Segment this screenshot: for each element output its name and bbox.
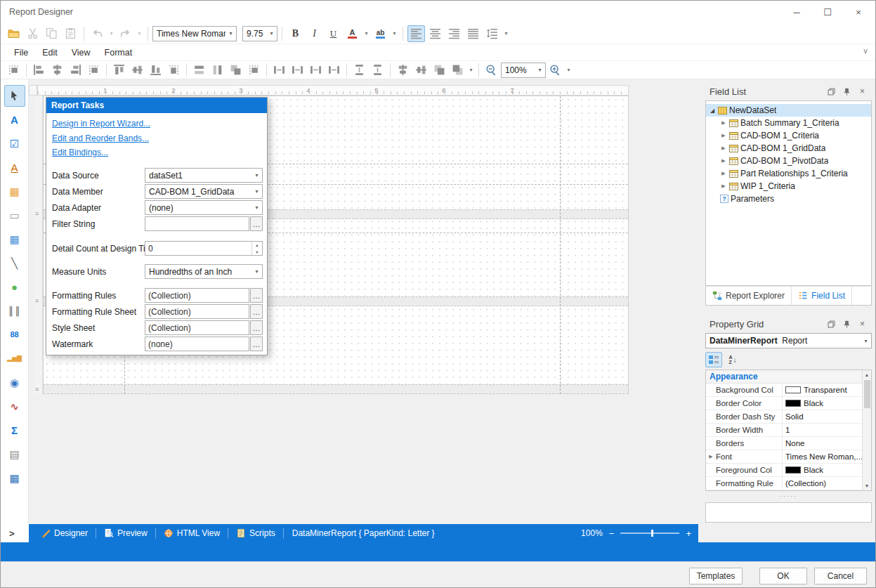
align-tops-button[interactable] xyxy=(110,63,128,78)
menu-edit[interactable]: Edit xyxy=(36,46,64,59)
tab-scripts[interactable]: Scripts xyxy=(231,524,280,542)
detail-count-stepper[interactable]: 0 ▴ ▾ xyxy=(145,241,263,256)
tab-report-explorer[interactable]: Report Explorer xyxy=(706,287,792,305)
tree-node-table[interactable]: ▶ Part Relationships 1_Criteria xyxy=(706,167,871,180)
minimize-button[interactable]: ─ xyxy=(781,1,812,23)
filter-string-ellipsis-button[interactable]: … xyxy=(250,216,263,231)
underline-button[interactable]: U xyxy=(325,25,342,42)
same-height-button[interactable] xyxy=(209,63,226,78)
data-member-combo[interactable]: CAD-BOM 1_GridData ▾ xyxy=(145,184,263,199)
font-size-combo[interactable]: 9.75 ▾ xyxy=(242,26,277,41)
property-row-font[interactable]: ▶ Font Times New Roman,... xyxy=(706,450,862,464)
close-panel-button[interactable]: × xyxy=(857,86,868,97)
scrollbar-thumb[interactable] xyxy=(864,380,870,408)
toolbox-pointer[interactable] xyxy=(4,85,25,107)
tree-node-parameters[interactable]: ? Parameters xyxy=(706,192,871,205)
undo-button[interactable] xyxy=(89,25,106,42)
expander-icon[interactable]: ▶ xyxy=(720,133,727,138)
undo-dropdown[interactable]: ▾ xyxy=(107,30,115,37)
categorized-view-button[interactable] xyxy=(705,352,722,367)
expander-icon[interactable]: ▶ xyxy=(720,183,727,189)
edit-reorder-bands-link[interactable]: Edit and Reorder Bands... xyxy=(52,133,149,143)
scroll-down-icon[interactable]: ▼ xyxy=(863,481,871,490)
spin-up-icon[interactable]: ▴ xyxy=(252,242,262,249)
toolbox-chart[interactable]: ▂▅▇ xyxy=(4,348,25,370)
ok-button[interactable]: OK xyxy=(759,568,807,584)
style-sheet-value[interactable]: (Collection) xyxy=(145,320,249,335)
bold-button[interactable]: B xyxy=(287,25,304,42)
restore-button[interactable] xyxy=(826,319,837,329)
restore-button[interactable] xyxy=(826,86,837,97)
tree-node-table[interactable]: ▶ Batch Summary 1_Criteria xyxy=(706,117,871,129)
toolbox-bar-code[interactable]: ║║ xyxy=(4,300,25,322)
expander-icon[interactable]: ▶ xyxy=(720,120,727,126)
toolbar-overflow-chevron-icon[interactable]: ∨ xyxy=(863,46,868,55)
zoom-dropdown[interactable]: ▾ xyxy=(565,67,573,73)
style-sheet-ellipsis-button[interactable]: … xyxy=(250,320,263,335)
same-width-button[interactable] xyxy=(190,63,208,78)
edit-bindings-link[interactable]: Edit Bindings... xyxy=(52,148,108,157)
toolbox-pivot-grid[interactable]: ▦ xyxy=(4,467,25,489)
toolbox-summary[interactable]: Σ xyxy=(4,419,25,441)
tree-node-table[interactable]: ▶ CAD-BOM 1_GridData xyxy=(706,142,871,155)
align-centers-button[interactable] xyxy=(48,63,66,78)
align-text-right-button[interactable] xyxy=(445,25,463,42)
tab-field-list[interactable]: Field List xyxy=(792,287,852,305)
tree-node-table[interactable]: ▶ WIP 1_Criteria xyxy=(706,180,871,192)
splitter-grip[interactable]: ····· xyxy=(705,492,872,501)
zoom-slider[interactable] xyxy=(620,533,679,534)
align-to-grid-button[interactable] xyxy=(5,63,22,78)
pin-button[interactable] xyxy=(842,86,852,97)
zoom-combo[interactable]: 100% ▾ xyxy=(501,63,546,78)
toolbox-subreport[interactable]: ▤ xyxy=(4,443,25,465)
toolbox-label[interactable]: A xyxy=(4,109,25,131)
property-row-background-color[interactable]: Background Col Transparent xyxy=(706,384,862,397)
h-spacing-equal-button[interactable] xyxy=(270,63,288,78)
expander-icon[interactable]: ▶ xyxy=(720,158,727,164)
zoom-in-button[interactable]: + xyxy=(686,528,691,539)
property-row-borders[interactable]: Borders None xyxy=(706,437,862,450)
toolbox-picture-box[interactable]: ▦ xyxy=(4,181,25,202)
font-name-combo[interactable]: Times New Roman ▾ xyxy=(152,26,237,41)
tab-designer[interactable]: Designer xyxy=(36,524,93,542)
size-to-grid-button[interactable] xyxy=(245,63,263,78)
cancel-button[interactable]: Cancel xyxy=(814,568,867,584)
highlight-color-dropdown[interactable]: ▾ xyxy=(391,30,398,37)
watermark-ellipsis-button[interactable]: … xyxy=(250,337,263,351)
align-lefts-button[interactable] xyxy=(30,63,48,78)
expander-icon[interactable]: ◢ xyxy=(709,107,716,114)
formatting-rules-ellipsis-button[interactable]: … xyxy=(250,288,263,303)
v-spacing-remove-button[interactable] xyxy=(369,63,386,78)
property-row-border-color[interactable]: Border Color Black xyxy=(706,397,862,410)
h-spacing-increase-button[interactable] xyxy=(289,63,306,78)
line-spacing-button[interactable] xyxy=(483,25,501,42)
property-row-formatting-rules[interactable]: Formatting Rule (Collection) xyxy=(706,477,862,490)
center-vertically-button[interactable] xyxy=(412,63,430,78)
object-selector-combo[interactable]: DataMinerReport Report ▾ xyxy=(705,333,872,348)
alphabetical-sort-button[interactable]: AZ ↓ xyxy=(724,352,741,367)
category-appearance[interactable]: Appearance xyxy=(706,370,862,384)
formatting-rule-sheet-ellipsis-button[interactable]: … xyxy=(250,304,263,319)
toolbox-sparkline[interactable]: ∿ xyxy=(4,396,25,417)
align-text-left-button[interactable] xyxy=(407,25,425,42)
caret-down-icon[interactable]: ▾ xyxy=(251,172,262,178)
caret-down-icon[interactable]: ▾ xyxy=(251,204,262,211)
pin-button[interactable] xyxy=(842,319,852,329)
menu-format[interactable]: Format xyxy=(98,46,139,59)
menu-view[interactable]: View xyxy=(65,46,97,59)
band-marker-icon[interactable]: ≡ xyxy=(35,296,39,306)
zoom-in-button[interactable] xyxy=(547,63,564,78)
band-marker-icon[interactable]: ≡ xyxy=(35,209,39,218)
redo-button[interactable] xyxy=(117,25,134,42)
toolbox-shape[interactable]: ● xyxy=(4,276,25,298)
h-spacing-remove-button[interactable] xyxy=(325,63,343,78)
copy-button[interactable] xyxy=(43,25,60,42)
redo-dropdown[interactable]: ▾ xyxy=(136,30,143,37)
same-size-button[interactable] xyxy=(227,63,244,78)
band-marker-icon[interactable]: ≡ xyxy=(35,384,39,394)
tree-node-newdataset[interactable]: ◢ NewDataSet xyxy=(706,104,871,117)
caret-down-icon[interactable]: ▾ xyxy=(861,338,871,344)
zoom-out-button[interactable] xyxy=(483,63,500,78)
order-dropdown[interactable]: ▾ xyxy=(467,67,475,73)
toolbox-panel[interactable]: ▭ xyxy=(4,204,25,226)
